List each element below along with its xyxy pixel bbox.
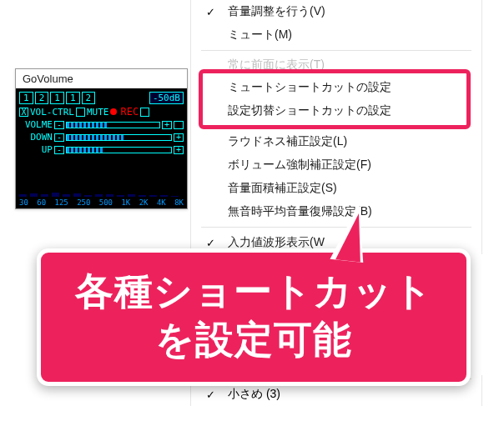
volume-minus-button[interactable]: - (54, 121, 64, 129)
mute-checkbox[interactable] (76, 108, 85, 117)
numbox-3[interactable]: 1 (50, 92, 64, 104)
menu-item-loudness[interactable]: ラウドネス補正設定(L) (191, 130, 481, 153)
freq-8k: 8K (174, 198, 184, 207)
menu-item-mute[interactable]: ミュート(M) (191, 23, 481, 47)
spectrum-bars (19, 157, 184, 197)
freq-60: 60 (37, 198, 46, 207)
menu-item-small[interactable]: ✓ 小さめ (3) (191, 383, 481, 406)
menu-separator (201, 126, 471, 127)
menu-label: 設定切替ショートカットの設定 (228, 103, 391, 118)
volume-plus-button[interactable]: + (162, 121, 172, 129)
up-bar[interactable] (66, 147, 172, 153)
check-icon: ✓ (206, 388, 215, 401)
menu-item-mute-shortcut[interactable]: ミュートショートカットの設定 (191, 76, 481, 99)
govolume-body: 1 2 1 1 2 -50dB X VOL-CTRL MUTE REC VOLM… (16, 88, 187, 208)
callout-line2: を設定可能 (155, 318, 352, 361)
up-label: UP (19, 144, 53, 155)
check-icon: ✓ (206, 237, 215, 249)
callout-text: 各種ショートカット を設定可能 (49, 268, 458, 363)
volume-row: VOLME - + (19, 119, 184, 130)
volume-bar[interactable] (66, 122, 160, 128)
freq-30: 30 (19, 198, 28, 207)
menu-item-volume-force[interactable]: ボリューム強制補正設定(F) (191, 153, 481, 177)
callout-line1: 各種ショートカット (75, 269, 433, 313)
controls-row: X VOL-CTRL MUTE REC (19, 106, 184, 118)
volume-extra-button[interactable] (174, 121, 184, 129)
up-plus-button[interactable]: + (174, 146, 184, 154)
rec-indicator-icon (110, 108, 117, 115)
down-minus-button[interactable]: - (54, 133, 64, 142)
volctrl-label: VOL-CTRL (30, 107, 74, 118)
freq-500: 500 (99, 198, 113, 207)
up-row: UP - + (19, 144, 184, 155)
freq-1k: 1K (121, 198, 130, 207)
menu-label: ボリューム強制補正設定(F) (228, 158, 371, 173)
window-title: GoVolume (16, 69, 187, 88)
mute-label: MUTE (87, 107, 109, 118)
numbox-1[interactable]: 1 (19, 92, 33, 104)
numbox-4[interactable]: 1 (66, 92, 80, 104)
up-minus-button[interactable]: - (54, 146, 64, 154)
down-plus-button[interactable]: + (174, 133, 184, 142)
menu-label: 常に前面に表示(T) (228, 58, 325, 73)
freq-2k: 2K (139, 198, 149, 207)
menu-label: 音量面積補正設定(S) (228, 181, 337, 196)
menu-separator (201, 50, 471, 51)
rec-checkbox[interactable] (140, 108, 149, 117)
check-icon: ✓ (206, 6, 215, 18)
spectrum-display: 30 60 125 250 500 1K 2K 4K 8K (19, 157, 184, 207)
freq-4k: 4K (157, 198, 166, 207)
menu-label: 小さめ (3) (228, 387, 280, 402)
menu-label: ミュートショートカットの設定 (228, 80, 391, 95)
freq-labels: 30 60 125 250 500 1K 2K 4K 8K (19, 198, 184, 207)
menu-item-area-correction[interactable]: 音量面積補正設定(S) (191, 177, 481, 200)
down-row: DOWN - + (19, 132, 184, 143)
menu-label: ミュート(M) (228, 28, 292, 43)
volume-label: VOLME (19, 119, 53, 130)
numbox-5[interactable]: 2 (82, 92, 96, 104)
down-label: DOWN (19, 132, 53, 143)
menu-item-volume-adjust[interactable]: ✓ 音量調整を行う(V) (191, 0, 481, 23)
volctrl-checkbox[interactable]: X (19, 108, 28, 117)
down-bar[interactable] (66, 134, 172, 141)
annotation-callout: 各種ショートカット を設定可能 (37, 248, 471, 386)
freq-250: 250 (77, 198, 90, 207)
govolume-window: GoVolume 1 2 1 1 2 -50dB X VOL-CTRL MUTE… (15, 68, 188, 209)
menu-item-always-on-top[interactable]: 常に前面に表示(T) (191, 54, 481, 76)
menu-item-switch-shortcut[interactable]: 設定切替ショートカットの設定 (191, 99, 481, 123)
menu-label: 音量調整を行う(V) (228, 4, 325, 19)
numbox-row: 1 2 1 1 2 -50dB (19, 92, 184, 104)
db-display: -50dB (149, 92, 184, 104)
rec-label: REC (120, 106, 139, 118)
menu-label: ラウドネス補正設定(L) (228, 134, 347, 149)
numbox-2[interactable]: 2 (35, 92, 49, 104)
freq-125: 125 (54, 198, 68, 207)
